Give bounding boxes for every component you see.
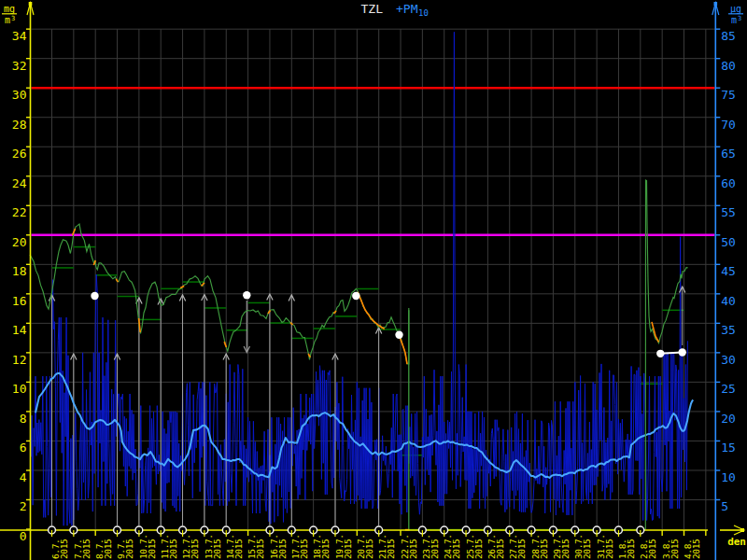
date-label: 1.8.2015 — [617, 539, 636, 559]
date-label-year: 2015 — [277, 539, 288, 559]
date-label-year: 2015 — [691, 539, 701, 559]
date-label-year: 2015 — [343, 539, 353, 559]
tzl-orange-accent — [116, 279, 118, 282]
date-label-year: 2015 — [124, 539, 134, 559]
y-right-tick-label: 60 — [721, 176, 736, 190]
date-label: 27.7.2015 — [508, 534, 527, 559]
y-right-tick-label: 45 — [721, 264, 736, 278]
date-label: 8.7.2015 — [94, 539, 113, 559]
date-label-year: 2015 — [147, 539, 157, 559]
chart-title-tzl: TZL — [361, 2, 384, 16]
y-right-tick-label: 65 — [721, 147, 736, 161]
date-label: 18.7.2015 — [312, 534, 331, 559]
y-left-tick-label: 14 — [12, 323, 27, 337]
date-label-year: 2015 — [168, 539, 178, 559]
date-label: 19.7.2015 — [334, 534, 353, 559]
date-label-year: 2015 — [255, 539, 265, 559]
date-label-year: 2015 — [320, 539, 331, 559]
date-label-year: 2015 — [408, 539, 418, 559]
exceedance-dot — [352, 292, 359, 300]
date-label-year: 2015 — [299, 539, 309, 559]
y-right-tick-label: 75 — [721, 88, 736, 102]
y-left-tick-label: 24 — [12, 176, 27, 190]
date-label: 3.8.2015 — [661, 539, 680, 559]
y-left-tick-label: 2 — [20, 499, 27, 513]
y-left-tick-label: 22 — [12, 205, 27, 219]
y-right-tick-label: 25 — [721, 382, 736, 396]
date-label: 4.8.2015 — [683, 539, 701, 559]
y-left-tick-label: 28 — [12, 118, 27, 132]
date-label: 11.7.2015 — [160, 534, 178, 559]
unit-left-denominator: m — [5, 15, 10, 25]
date-label: 9.7.2015 — [116, 539, 134, 559]
exceedance-dot — [243, 291, 250, 299]
y-right-tick-label: 20 — [721, 412, 736, 426]
date-label: 12.7.2015 — [181, 534, 200, 559]
unit-left-exponent: 3 — [11, 15, 15, 22]
y-right-tick-label: 10 — [721, 470, 736, 484]
date-label-year: 2015 — [212, 539, 222, 559]
date-label-year: 2015 — [669, 539, 680, 559]
unit-right-denominator: m — [731, 15, 737, 25]
date-label-year: 2015 — [495, 539, 505, 559]
date-label-year: 2015 — [647, 539, 657, 559]
date-label: 7.7.2015 — [73, 539, 92, 559]
y-right-tick-label: 40 — [721, 294, 736, 308]
date-label-year: 2015 — [626, 539, 636, 559]
exceedance-dot — [91, 292, 98, 300]
x-axis-label: den — [727, 536, 746, 548]
date-label: 30.7.2015 — [573, 534, 592, 559]
y-right-tick-label: 5 — [721, 499, 728, 513]
y-right-tick-label: 80 — [721, 59, 736, 73]
date-label: 2.8.2015 — [639, 539, 657, 559]
date-label-year: 2015 — [190, 539, 200, 559]
date-label: 31.7.2015 — [596, 534, 614, 559]
date-label: 21.7.2015 — [377, 534, 396, 559]
y-left-tick-label: 4 — [20, 470, 27, 484]
x-axis-arrow-cap — [740, 528, 744, 532]
y-left-tick-label: 16 — [12, 294, 27, 308]
tzl-orange-accent — [180, 287, 184, 288]
unit-left-numerator: mg — [4, 4, 15, 14]
y-right-tick-label: 35 — [721, 323, 736, 337]
unit-right-exponent: 3 — [738, 15, 741, 22]
date-label-year: 2015 — [364, 539, 374, 559]
tzl-orange-accent — [334, 311, 337, 314]
date-label: 16.7.2015 — [269, 534, 288, 559]
date-label: 17.7.2015 — [290, 534, 309, 559]
y-left-tick-label: 6 — [20, 441, 27, 455]
y-left-tick-label: 20 — [12, 235, 27, 249]
y-axis-right-arrow-cap — [714, 2, 718, 6]
y-left-tick-label: 10 — [12, 382, 27, 396]
date-label-year: 2015 — [516, 539, 527, 559]
date-label-year: 2015 — [539, 539, 549, 559]
date-label: 22.7.2015 — [400, 534, 418, 559]
tzl-pm10-chart: 3432302826242220181614121086420858075706… — [0, 0, 747, 560]
date-label-year: 2015 — [430, 539, 440, 559]
y-left-tick-label: 8 — [20, 412, 27, 426]
date-label: 29.7.2015 — [552, 534, 571, 559]
date-label-year: 2015 — [233, 539, 244, 559]
exceedance-dot — [679, 348, 686, 356]
date-label-year: 2015 — [81, 539, 92, 559]
y-left-tick-label: 34 — [12, 29, 27, 43]
y-left-tick-label: 32 — [12, 59, 27, 73]
date-label: 26.7.2015 — [486, 534, 505, 559]
y-right-tick-label: 30 — [721, 353, 736, 367]
date-label-year: 2015 — [582, 539, 592, 559]
chart-title-pm-sub: 10 — [418, 8, 429, 18]
y-right-tick-label: 55 — [721, 205, 736, 219]
date-label: 24.7.2015 — [443, 534, 461, 559]
date-label: 28.7.2015 — [530, 534, 549, 559]
date-label: 6.7.2015 — [50, 539, 69, 559]
date-label: 14.7.2015 — [225, 534, 244, 559]
y-left-tick-label: 12 — [12, 353, 27, 367]
date-label-year: 2015 — [560, 539, 571, 559]
chart-window: 3432302826242220181614121086420858075706… — [0, 0, 747, 560]
date-label: 15.7.2015 — [247, 534, 265, 559]
date-label-year: 2015 — [386, 539, 396, 559]
y-left-tick-label: 0 — [20, 529, 27, 543]
date-label: 23.7.2015 — [421, 534, 440, 559]
exceedance-dot — [395, 331, 402, 339]
date-label: 25.7.2015 — [465, 534, 484, 559]
